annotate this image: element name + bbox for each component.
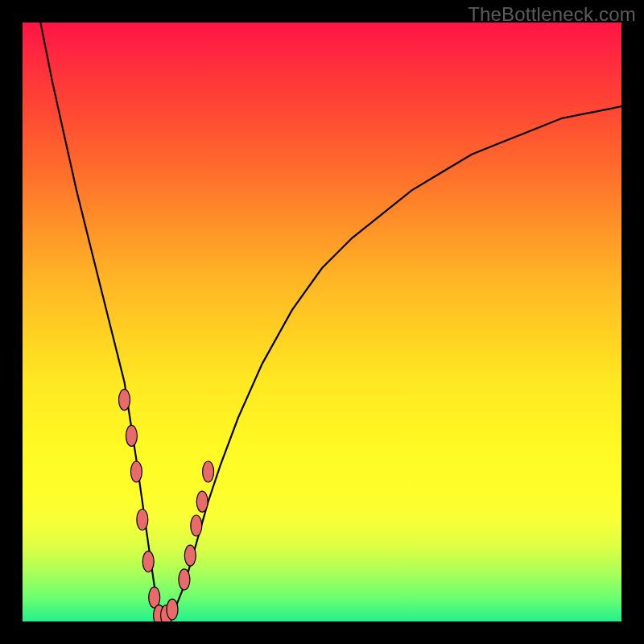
curve-marker <box>167 599 178 620</box>
curve-marker <box>130 461 142 482</box>
curve-marker <box>142 551 154 572</box>
chart-frame: TheBottleneck.com <box>0 0 644 644</box>
bottleneck-curve-path <box>40 23 621 621</box>
curve-marker <box>137 510 148 530</box>
bottleneck-svg <box>23 23 621 621</box>
curve-marker <box>191 515 202 536</box>
curve-marker <box>126 425 137 446</box>
curve-marker <box>196 491 208 512</box>
curve-markers <box>119 390 214 621</box>
plot-area <box>23 23 621 621</box>
watermark-label: TheBottleneck.com <box>468 3 636 26</box>
curve-marker <box>119 390 130 411</box>
curve-marker <box>184 545 196 566</box>
curve-marker <box>203 461 214 482</box>
curve-marker <box>179 569 190 590</box>
